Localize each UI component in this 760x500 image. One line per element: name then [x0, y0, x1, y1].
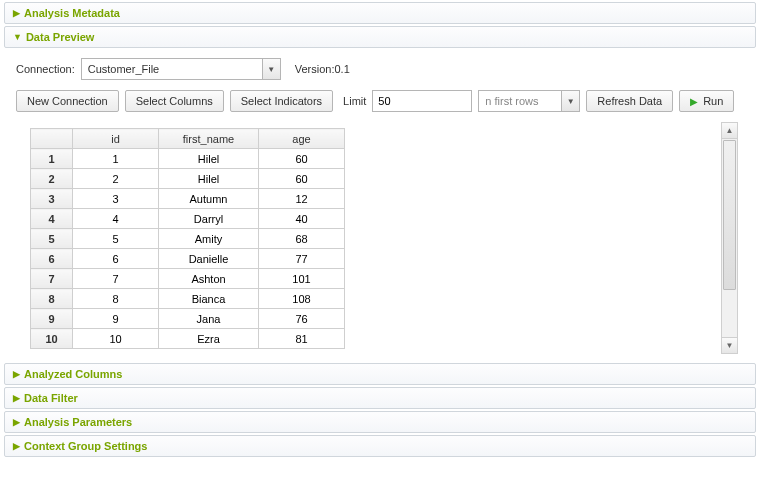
cell-age: 12	[259, 189, 345, 209]
section-analyzed-columns[interactable]: ▶ Analyzed Columns	[4, 363, 756, 385]
scroll-down-icon[interactable]: ▼	[722, 337, 737, 353]
section-title: Analyzed Columns	[24, 368, 122, 380]
expand-icon: ▶	[13, 8, 20, 18]
play-icon: ▶	[690, 96, 698, 107]
row-number: 7	[31, 269, 73, 289]
section-title: Analysis Parameters	[24, 416, 132, 428]
section-title: Data Preview	[26, 31, 94, 43]
vertical-scrollbar[interactable]: ▲ ▼	[721, 122, 738, 354]
cell-id: 4	[73, 209, 159, 229]
connection-value: Customer_File	[82, 63, 166, 75]
limit-label: Limit	[343, 95, 366, 107]
table-row[interactable]: 33Autumn12	[31, 189, 345, 209]
table-row[interactable]: 88Bianca108	[31, 289, 345, 309]
connection-label: Connection:	[16, 63, 75, 75]
section-title: Data Filter	[24, 392, 78, 404]
expand-icon: ▶	[13, 441, 20, 451]
cell-age: 68	[259, 229, 345, 249]
scrollbar-thumb[interactable]	[723, 140, 736, 290]
cell-age: 77	[259, 249, 345, 269]
row-header-blank	[31, 129, 73, 149]
row-number: 4	[31, 209, 73, 229]
cell-first-name: Danielle	[159, 249, 259, 269]
section-title: Context Group Settings	[24, 440, 147, 452]
table-row[interactable]: 11Hilel60	[31, 149, 345, 169]
expand-icon: ▶	[13, 369, 20, 379]
version-label: Version:0.1	[295, 63, 350, 75]
cell-first-name: Ezra	[159, 329, 259, 349]
cell-id: 1	[73, 149, 159, 169]
chevron-down-icon: ▼	[262, 59, 280, 79]
row-number: 8	[31, 289, 73, 309]
table-row[interactable]: 66Danielle77	[31, 249, 345, 269]
cell-id: 5	[73, 229, 159, 249]
cell-age: 40	[259, 209, 345, 229]
cell-first-name: Amity	[159, 229, 259, 249]
collapse-icon: ▼	[13, 32, 22, 42]
select-indicators-button[interactable]: Select Indicators	[230, 90, 333, 112]
row-number: 6	[31, 249, 73, 269]
refresh-data-button[interactable]: Refresh Data	[586, 90, 673, 112]
table-row[interactable]: 1010Ezra81	[31, 329, 345, 349]
col-header-first-name[interactable]: first_name	[159, 129, 259, 149]
col-header-id[interactable]: id	[73, 129, 159, 149]
cell-first-name: Hilel	[159, 149, 259, 169]
expand-icon: ▶	[13, 393, 20, 403]
expand-icon: ▶	[13, 417, 20, 427]
section-context-group-settings[interactable]: ▶ Context Group Settings	[4, 435, 756, 457]
table-row[interactable]: 44Darryl40	[31, 209, 345, 229]
table-row[interactable]: 55Amity68	[31, 229, 345, 249]
cell-id: 3	[73, 189, 159, 209]
data-table: id first_name age 11Hilel6022Hilel6033Au…	[30, 128, 345, 349]
rows-mode-select[interactable]: n first rows ▼	[478, 90, 580, 112]
section-data-filter[interactable]: ▶ Data Filter	[4, 387, 756, 409]
run-button[interactable]: ▶ Run	[679, 90, 734, 112]
cell-age: 60	[259, 149, 345, 169]
cell-first-name: Autumn	[159, 189, 259, 209]
table-row[interactable]: 99Jana76	[31, 309, 345, 329]
cell-id: 8	[73, 289, 159, 309]
section-data-preview[interactable]: ▼ Data Preview	[4, 26, 756, 48]
cell-first-name: Bianca	[159, 289, 259, 309]
section-analysis-parameters[interactable]: ▶ Analysis Parameters	[4, 411, 756, 433]
cell-id: 2	[73, 169, 159, 189]
row-number: 1	[31, 149, 73, 169]
row-number: 2	[31, 169, 73, 189]
cell-age: 108	[259, 289, 345, 309]
data-preview-body: Connection: Customer_File ▼ Version:0.1 …	[0, 50, 760, 361]
row-number: 9	[31, 309, 73, 329]
table-row[interactable]: 22Hilel60	[31, 169, 345, 189]
cell-first-name: Hilel	[159, 169, 259, 189]
connection-select[interactable]: Customer_File ▼	[81, 58, 281, 80]
new-connection-button[interactable]: New Connection	[16, 90, 119, 112]
cell-age: 101	[259, 269, 345, 289]
cell-id: 6	[73, 249, 159, 269]
rows-mode-value: n first rows	[479, 95, 544, 107]
table-row[interactable]: 77Ashton101	[31, 269, 345, 289]
col-header-age[interactable]: age	[259, 129, 345, 149]
cell-age: 76	[259, 309, 345, 329]
section-analysis-metadata[interactable]: ▶ Analysis Metadata	[4, 2, 756, 24]
scroll-up-icon[interactable]: ▲	[722, 123, 737, 139]
row-number: 10	[31, 329, 73, 349]
cell-first-name: Jana	[159, 309, 259, 329]
cell-id: 9	[73, 309, 159, 329]
cell-id: 10	[73, 329, 159, 349]
cell-first-name: Darryl	[159, 209, 259, 229]
cell-first-name: Ashton	[159, 269, 259, 289]
section-title: Analysis Metadata	[24, 7, 120, 19]
cell-age: 81	[259, 329, 345, 349]
limit-input[interactable]	[372, 90, 472, 112]
cell-id: 7	[73, 269, 159, 289]
row-number: 5	[31, 229, 73, 249]
select-columns-button[interactable]: Select Columns	[125, 90, 224, 112]
row-number: 3	[31, 189, 73, 209]
cell-age: 60	[259, 169, 345, 189]
data-table-wrap: id first_name age 11Hilel6022Hilel6033Au…	[30, 128, 345, 349]
chevron-down-icon: ▼	[561, 91, 579, 111]
